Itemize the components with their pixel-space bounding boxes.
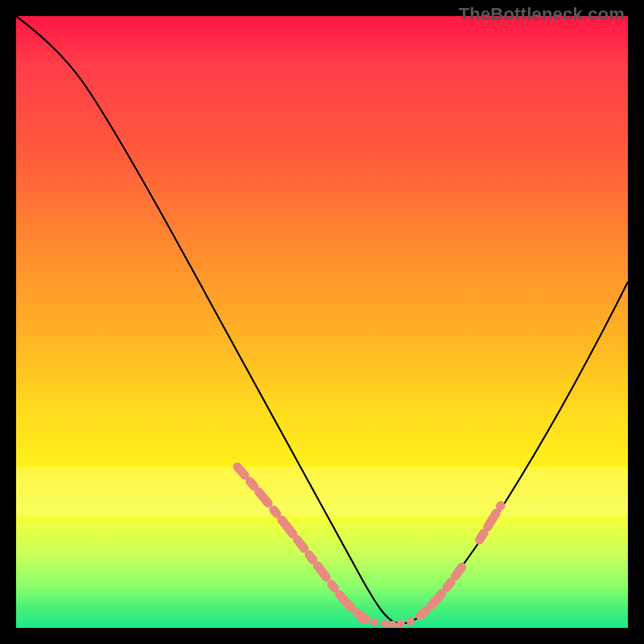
svg-point-0	[358, 616, 366, 624]
watermark-text: TheBottleneck.com	[459, 4, 625, 25]
chart-frame	[16, 16, 628, 628]
svg-point-4	[397, 620, 405, 628]
bottleneck-curve	[16, 16, 628, 623]
svg-point-2	[381, 620, 389, 628]
highlight-left-arm	[237, 467, 370, 621]
chart-svg	[16, 16, 628, 628]
svg-point-5	[407, 617, 415, 625]
svg-point-1	[370, 618, 378, 626]
highlight-right-arm	[420, 506, 501, 616]
